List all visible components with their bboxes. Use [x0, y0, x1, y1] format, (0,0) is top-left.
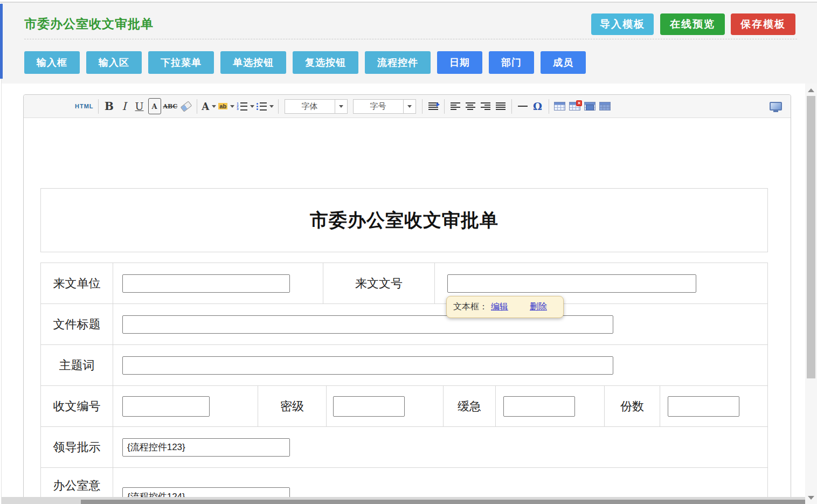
font-family-select[interactable]: 字体 — [285, 99, 348, 114]
approval-form-table: 来文单位 来文文号 文件标题 主题词 收文编号 密 — [40, 263, 768, 504]
page-title: 市委办公室收文审批单 — [24, 16, 154, 32]
toolbar-separator — [422, 99, 423, 114]
checkbox-button[interactable]: 复选按钮 — [293, 51, 358, 74]
leader-instructions-cell — [113, 427, 767, 467]
font-color-button[interactable]: A — [202, 98, 216, 114]
urgency-label: 缓急 — [443, 386, 495, 426]
vertical-scrollbar-thumb[interactable] — [807, 96, 815, 378]
indent-button[interactable] — [427, 98, 440, 114]
edit-link[interactable]: 编辑 — [491, 301, 508, 313]
monitor-icon — [770, 102, 782, 111]
source-doc-no-label: 来文文号 — [323, 263, 434, 303]
copies-cell — [660, 386, 767, 426]
online-preview-button[interactable]: 在线预览 — [660, 13, 725, 35]
align-right-icon — [481, 102, 490, 111]
dropdown-menu-button[interactable]: 下拉菜单 — [148, 51, 214, 74]
table-row: 来文单位 来文文号 — [41, 263, 767, 304]
doc-title-cell — [113, 304, 767, 344]
chevron-down-icon — [230, 105, 234, 108]
font-family-dropdown-button[interactable] — [335, 99, 348, 114]
receipt-no-cell — [113, 386, 258, 426]
font-color-icon: A — [202, 101, 209, 112]
department-button[interactable]: 部门 — [489, 51, 534, 74]
date-button[interactable]: 日期 — [437, 51, 482, 74]
unordered-list-button[interactable] — [257, 98, 274, 114]
table-row: 主题词 — [41, 345, 767, 386]
delete-mark-icon: ✕ — [576, 100, 582, 106]
cell-properties-button[interactable] — [584, 98, 597, 114]
align-center-button[interactable] — [464, 98, 477, 114]
table-row: 收文编号 密级 缓急 份数 — [41, 386, 767, 427]
font-size-select[interactable]: 字号 — [353, 99, 416, 114]
secrecy-level-input[interactable] — [333, 396, 405, 417]
app-window: 市委办公室收文审批单 导入模板 在线预览 保存模板 输入框 输入区 下拉菜单 单… — [0, 0, 817, 504]
form-control-buttons: 输入框 输入区 下拉菜单 单选按钮 复选按钮 流程控件 日期 部门 成员 — [24, 51, 586, 74]
ordered-list-button[interactable]: 1 2 3 — [237, 98, 254, 114]
align-justify-button[interactable] — [494, 98, 507, 114]
flow-control-button[interactable]: 流程控件 — [365, 51, 431, 74]
insert-table-button[interactable] — [553, 98, 566, 114]
chevron-down-icon — [212, 105, 216, 108]
delete-table-button[interactable]: ✕ — [569, 98, 581, 114]
radio-button-button[interactable]: 单选按钮 — [220, 51, 286, 74]
chevron-down-icon — [339, 105, 343, 108]
subject-words-input[interactable] — [122, 356, 613, 375]
delete-table-icon: ✕ — [569, 102, 580, 111]
underline-icon[interactable]: U — [133, 98, 146, 114]
italic-icon[interactable]: I — [118, 98, 131, 114]
highlight-icon: ab — [218, 103, 227, 109]
bold-icon[interactable]: B — [103, 98, 116, 114]
unordered-list-icon — [257, 102, 267, 111]
highlight-color-button[interactable]: ab — [218, 98, 234, 114]
font-size-value: 字号 — [353, 99, 404, 114]
scroll-down-button[interactable] — [807, 493, 815, 502]
input-box-button[interactable]: 输入框 — [24, 51, 80, 74]
source-unit-cell — [113, 263, 323, 303]
chevron-down-icon — [250, 105, 254, 108]
toolbar-separator — [278, 99, 279, 114]
format-box-icon[interactable]: A — [148, 98, 161, 114]
chevron-down-icon — [269, 105, 274, 108]
table-properties-button[interactable] — [599, 98, 612, 114]
indent-icon — [428, 102, 438, 111]
align-right-button[interactable] — [479, 98, 492, 114]
source-doc-no-input[interactable] — [447, 274, 696, 293]
insert-table-icon — [554, 102, 565, 111]
font-size-dropdown-button[interactable] — [404, 99, 416, 114]
import-template-button[interactable]: 导入模板 — [591, 13, 654, 35]
copies-input[interactable] — [668, 396, 739, 417]
member-button[interactable]: 成员 — [541, 51, 586, 74]
subject-words-label: 主题词 — [41, 345, 113, 385]
delete-link[interactable]: 删除 — [530, 301, 547, 313]
urgency-input[interactable] — [503, 396, 575, 417]
secrecy-level-cell — [326, 386, 443, 426]
ordered-list-icon: 1 2 3 — [237, 102, 247, 111]
cell-properties-icon — [584, 102, 596, 111]
horizontal-scrollbar-thumb[interactable] — [81, 500, 805, 504]
leader-instructions-label: 领导批示 — [41, 427, 113, 467]
remove-format-button[interactable] — [179, 98, 192, 114]
leader-instructions-input[interactable] — [122, 438, 290, 457]
receipt-no-input[interactable] — [122, 396, 210, 417]
textarea-button[interactable]: 输入区 — [86, 51, 142, 74]
strikethrough-icon[interactable]: ABC — [163, 98, 178, 114]
form-title: 市委办公室收文审批单 — [310, 208, 498, 233]
html-source-icon[interactable]: HTML — [75, 98, 94, 114]
horizontal-rule-button[interactable] — [516, 98, 529, 114]
align-justify-icon — [496, 102, 506, 111]
save-template-button[interactable]: 保存模板 — [731, 13, 795, 35]
receipt-no-label: 收文编号 — [41, 386, 113, 426]
arrow-down-icon — [808, 496, 814, 500]
horizontal-scrollbar[interactable] — [2, 497, 805, 504]
align-left-button[interactable] — [449, 98, 462, 114]
toolbar-separator — [197, 99, 197, 114]
source-unit-input[interactable] — [122, 274, 290, 293]
fullscreen-button[interactable] — [769, 98, 782, 114]
arrow-up-icon — [808, 88, 814, 92]
table-row: 领导批示 — [41, 427, 767, 468]
vertical-scrollbar[interactable] — [805, 84, 817, 504]
special-char-icon[interactable]: Ω — [531, 98, 544, 114]
table-properties-icon — [599, 102, 611, 111]
header-panel: 市委办公室收文审批单 导入模板 在线预览 保存模板 输入框 输入区 下拉菜单 单… — [2, 3, 817, 84]
scroll-up-button[interactable] — [807, 86, 815, 94]
